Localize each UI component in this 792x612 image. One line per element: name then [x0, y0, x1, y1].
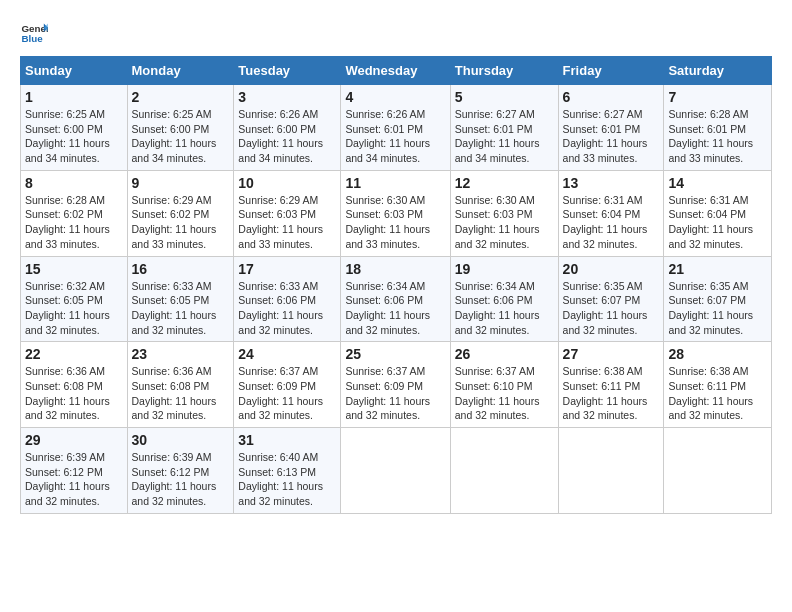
day-cell: 27Sunrise: 6:38 AM Sunset: 6:11 PM Dayli… — [558, 342, 664, 428]
day-cell: 1Sunrise: 6:25 AM Sunset: 6:00 PM Daylig… — [21, 85, 128, 171]
calendar-table: SundayMondayTuesdayWednesdayThursdayFrid… — [20, 56, 772, 514]
col-header-wednesday: Wednesday — [341, 57, 450, 85]
day-cell — [450, 428, 558, 514]
day-cell: 14Sunrise: 6:31 AM Sunset: 6:04 PM Dayli… — [664, 170, 772, 256]
day-info: Sunrise: 6:40 AM Sunset: 6:13 PM Dayligh… — [238, 450, 336, 509]
day-cell: 28Sunrise: 6:38 AM Sunset: 6:11 PM Dayli… — [664, 342, 772, 428]
day-number: 31 — [238, 432, 336, 448]
day-cell — [664, 428, 772, 514]
day-cell: 24Sunrise: 6:37 AM Sunset: 6:09 PM Dayli… — [234, 342, 341, 428]
day-info: Sunrise: 6:28 AM Sunset: 6:01 PM Dayligh… — [668, 107, 767, 166]
day-info: Sunrise: 6:27 AM Sunset: 6:01 PM Dayligh… — [455, 107, 554, 166]
day-number: 3 — [238, 89, 336, 105]
day-number: 25 — [345, 346, 445, 362]
day-info: Sunrise: 6:33 AM Sunset: 6:05 PM Dayligh… — [132, 279, 230, 338]
col-header-saturday: Saturday — [664, 57, 772, 85]
day-number: 29 — [25, 432, 123, 448]
day-info: Sunrise: 6:31 AM Sunset: 6:04 PM Dayligh… — [668, 193, 767, 252]
day-info: Sunrise: 6:29 AM Sunset: 6:03 PM Dayligh… — [238, 193, 336, 252]
day-number: 17 — [238, 261, 336, 277]
day-info: Sunrise: 6:31 AM Sunset: 6:04 PM Dayligh… — [563, 193, 660, 252]
day-number: 28 — [668, 346, 767, 362]
day-cell: 25Sunrise: 6:37 AM Sunset: 6:09 PM Dayli… — [341, 342, 450, 428]
day-info: Sunrise: 6:30 AM Sunset: 6:03 PM Dayligh… — [345, 193, 445, 252]
day-cell: 8Sunrise: 6:28 AM Sunset: 6:02 PM Daylig… — [21, 170, 128, 256]
day-number: 12 — [455, 175, 554, 191]
col-header-friday: Friday — [558, 57, 664, 85]
day-number: 5 — [455, 89, 554, 105]
day-info: Sunrise: 6:37 AM Sunset: 6:10 PM Dayligh… — [455, 364, 554, 423]
day-cell — [558, 428, 664, 514]
day-cell: 15Sunrise: 6:32 AM Sunset: 6:05 PM Dayli… — [21, 256, 128, 342]
col-header-monday: Monday — [127, 57, 234, 85]
day-info: Sunrise: 6:34 AM Sunset: 6:06 PM Dayligh… — [455, 279, 554, 338]
day-number: 9 — [132, 175, 230, 191]
day-info: Sunrise: 6:38 AM Sunset: 6:11 PM Dayligh… — [563, 364, 660, 423]
day-cell: 29Sunrise: 6:39 AM Sunset: 6:12 PM Dayli… — [21, 428, 128, 514]
day-cell: 13Sunrise: 6:31 AM Sunset: 6:04 PM Dayli… — [558, 170, 664, 256]
day-info: Sunrise: 6:26 AM Sunset: 6:00 PM Dayligh… — [238, 107, 336, 166]
week-row-3: 15Sunrise: 6:32 AM Sunset: 6:05 PM Dayli… — [21, 256, 772, 342]
logo: General Blue — [20, 18, 52, 46]
day-number: 18 — [345, 261, 445, 277]
day-info: Sunrise: 6:30 AM Sunset: 6:03 PM Dayligh… — [455, 193, 554, 252]
day-cell: 10Sunrise: 6:29 AM Sunset: 6:03 PM Dayli… — [234, 170, 341, 256]
day-cell: 31Sunrise: 6:40 AM Sunset: 6:13 PM Dayli… — [234, 428, 341, 514]
day-number: 30 — [132, 432, 230, 448]
day-number: 1 — [25, 89, 123, 105]
week-row-5: 29Sunrise: 6:39 AM Sunset: 6:12 PM Dayli… — [21, 428, 772, 514]
week-row-2: 8Sunrise: 6:28 AM Sunset: 6:02 PM Daylig… — [21, 170, 772, 256]
day-cell: 16Sunrise: 6:33 AM Sunset: 6:05 PM Dayli… — [127, 256, 234, 342]
day-cell: 19Sunrise: 6:34 AM Sunset: 6:06 PM Dayli… — [450, 256, 558, 342]
day-number: 26 — [455, 346, 554, 362]
day-info: Sunrise: 6:36 AM Sunset: 6:08 PM Dayligh… — [25, 364, 123, 423]
day-cell: 18Sunrise: 6:34 AM Sunset: 6:06 PM Dayli… — [341, 256, 450, 342]
day-cell: 11Sunrise: 6:30 AM Sunset: 6:03 PM Dayli… — [341, 170, 450, 256]
day-info: Sunrise: 6:29 AM Sunset: 6:02 PM Dayligh… — [132, 193, 230, 252]
day-number: 14 — [668, 175, 767, 191]
day-cell: 6Sunrise: 6:27 AM Sunset: 6:01 PM Daylig… — [558, 85, 664, 171]
col-header-sunday: Sunday — [21, 57, 128, 85]
day-info: Sunrise: 6:36 AM Sunset: 6:08 PM Dayligh… — [132, 364, 230, 423]
day-number: 10 — [238, 175, 336, 191]
day-number: 22 — [25, 346, 123, 362]
day-number: 11 — [345, 175, 445, 191]
day-cell: 5Sunrise: 6:27 AM Sunset: 6:01 PM Daylig… — [450, 85, 558, 171]
day-number: 2 — [132, 89, 230, 105]
day-cell: 21Sunrise: 6:35 AM Sunset: 6:07 PM Dayli… — [664, 256, 772, 342]
day-cell: 23Sunrise: 6:36 AM Sunset: 6:08 PM Dayli… — [127, 342, 234, 428]
day-info: Sunrise: 6:25 AM Sunset: 6:00 PM Dayligh… — [25, 107, 123, 166]
col-header-thursday: Thursday — [450, 57, 558, 85]
day-cell: 4Sunrise: 6:26 AM Sunset: 6:01 PM Daylig… — [341, 85, 450, 171]
week-row-4: 22Sunrise: 6:36 AM Sunset: 6:08 PM Dayli… — [21, 342, 772, 428]
svg-text:Blue: Blue — [21, 33, 43, 44]
logo-icon: General Blue — [20, 18, 48, 46]
day-cell: 7Sunrise: 6:28 AM Sunset: 6:01 PM Daylig… — [664, 85, 772, 171]
day-number: 19 — [455, 261, 554, 277]
col-header-tuesday: Tuesday — [234, 57, 341, 85]
day-cell: 20Sunrise: 6:35 AM Sunset: 6:07 PM Dayli… — [558, 256, 664, 342]
day-cell: 12Sunrise: 6:30 AM Sunset: 6:03 PM Dayli… — [450, 170, 558, 256]
day-number: 8 — [25, 175, 123, 191]
day-info: Sunrise: 6:32 AM Sunset: 6:05 PM Dayligh… — [25, 279, 123, 338]
day-number: 21 — [668, 261, 767, 277]
day-number: 24 — [238, 346, 336, 362]
day-cell: 3Sunrise: 6:26 AM Sunset: 6:00 PM Daylig… — [234, 85, 341, 171]
header: General Blue — [20, 18, 772, 46]
day-number: 23 — [132, 346, 230, 362]
day-cell — [341, 428, 450, 514]
week-row-1: 1Sunrise: 6:25 AM Sunset: 6:00 PM Daylig… — [21, 85, 772, 171]
day-info: Sunrise: 6:39 AM Sunset: 6:12 PM Dayligh… — [132, 450, 230, 509]
day-info: Sunrise: 6:37 AM Sunset: 6:09 PM Dayligh… — [238, 364, 336, 423]
day-number: 13 — [563, 175, 660, 191]
page: General Blue SundayMondayTuesdayWednesda… — [0, 0, 792, 612]
header-row: SundayMondayTuesdayWednesdayThursdayFrid… — [21, 57, 772, 85]
day-cell: 2Sunrise: 6:25 AM Sunset: 6:00 PM Daylig… — [127, 85, 234, 171]
day-info: Sunrise: 6:28 AM Sunset: 6:02 PM Dayligh… — [25, 193, 123, 252]
day-info: Sunrise: 6:25 AM Sunset: 6:00 PM Dayligh… — [132, 107, 230, 166]
day-number: 16 — [132, 261, 230, 277]
day-cell: 26Sunrise: 6:37 AM Sunset: 6:10 PM Dayli… — [450, 342, 558, 428]
day-info: Sunrise: 6:34 AM Sunset: 6:06 PM Dayligh… — [345, 279, 445, 338]
day-info: Sunrise: 6:35 AM Sunset: 6:07 PM Dayligh… — [668, 279, 767, 338]
day-number: 6 — [563, 89, 660, 105]
